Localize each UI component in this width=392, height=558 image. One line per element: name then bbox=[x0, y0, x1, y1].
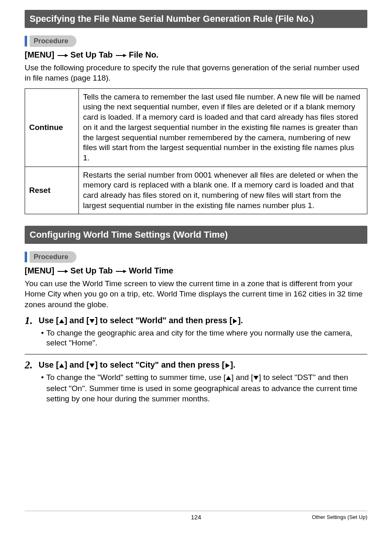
svg-marker-3 bbox=[123, 54, 127, 57]
svg-marker-13 bbox=[226, 363, 230, 368]
svg-marker-8 bbox=[59, 319, 64, 323]
menu-path-world-time: [MENU] Set Up Tab World Time bbox=[25, 266, 367, 276]
procedure-accent-bar bbox=[25, 36, 27, 46]
menu-prefix: [MENU] bbox=[25, 266, 54, 275]
arrow-icon bbox=[115, 51, 127, 60]
step-text: Use [ bbox=[39, 316, 59, 325]
procedure-label: Procedure bbox=[30, 251, 76, 263]
menu-end: File No. bbox=[129, 50, 158, 59]
down-triangle-icon bbox=[89, 316, 95, 326]
svg-marker-15 bbox=[254, 376, 258, 380]
bullet-dot-icon: • bbox=[41, 328, 44, 338]
section-heading-world-time: Configuring World Time Settings (World T… bbox=[25, 226, 367, 244]
arrow-icon bbox=[57, 51, 68, 60]
step-title: Use [] and [] to select "World" and then… bbox=[39, 315, 367, 326]
bullet-text-part: To change the "World" setting to summer … bbox=[46, 373, 226, 382]
step-text: ] to select "City" and then press [ bbox=[95, 360, 225, 369]
file-no-table: Continue Tells the camera to remember th… bbox=[25, 88, 367, 215]
table-row: Reset Restarts the serial number from 00… bbox=[25, 167, 367, 214]
procedure-accent-bar bbox=[25, 252, 27, 262]
menu-mid: Set Up Tab bbox=[70, 266, 113, 275]
menu-prefix: [MENU] bbox=[25, 50, 54, 59]
arrow-icon bbox=[115, 266, 127, 276]
footer-section-title: Other Settings (Set Up) bbox=[201, 514, 367, 520]
up-triangle-icon bbox=[226, 373, 231, 384]
step-2: 2. Use [] and [] to select "City" and th… bbox=[25, 359, 367, 404]
intro-text-file-no: Use the following procedure to specify t… bbox=[25, 63, 367, 83]
bullet-text: To change the geographic area and city f… bbox=[46, 328, 367, 348]
right-triangle-icon bbox=[232, 316, 238, 326]
down-triangle-icon bbox=[89, 360, 95, 371]
procedure-row: Procedure bbox=[25, 35, 367, 47]
svg-marker-1 bbox=[65, 54, 68, 57]
step-number: 1. bbox=[25, 315, 36, 327]
row-label-continue: Continue bbox=[25, 88, 79, 167]
intro-text-world-time: You can use the World Time screen to vie… bbox=[25, 278, 367, 310]
step-text: ]. bbox=[238, 316, 243, 325]
section-heading-file-no: Specifying the File Name Serial Number G… bbox=[25, 10, 367, 28]
step-text: ]. bbox=[231, 360, 235, 369]
step-1: 1. Use [] and [] to select "World" and t… bbox=[25, 315, 367, 348]
menu-end: World Time bbox=[129, 266, 173, 275]
row-desc-reset: Restarts the serial number from 0001 whe… bbox=[79, 167, 367, 214]
procedure-row: Procedure bbox=[25, 251, 367, 263]
svg-marker-9 bbox=[90, 319, 95, 323]
down-triangle-icon bbox=[253, 373, 259, 384]
step-text: ] to select "World" and then press [ bbox=[95, 316, 232, 325]
step-body: Use [] and [] to select "World" and then… bbox=[39, 315, 367, 348]
step-body: Use [] and [] to select "City" and then … bbox=[39, 359, 367, 404]
svg-marker-5 bbox=[65, 270, 68, 273]
arrow-icon bbox=[57, 266, 68, 276]
up-triangle-icon bbox=[59, 360, 65, 371]
bullet-text-part: ] and [ bbox=[231, 373, 253, 382]
step-bullet: • To change the geographic area and city… bbox=[39, 328, 367, 348]
svg-marker-11 bbox=[59, 364, 64, 368]
menu-mid: Set Up Tab bbox=[70, 50, 113, 59]
step-number: 2. bbox=[25, 359, 36, 371]
bullet-text: To change the "World" setting to summer … bbox=[46, 373, 367, 404]
right-triangle-icon bbox=[225, 360, 231, 371]
row-label-reset: Reset bbox=[25, 167, 79, 214]
svg-marker-14 bbox=[226, 376, 231, 380]
footer-page-number: 124 bbox=[191, 514, 201, 521]
step-bullet: • To change the "World" setting to summe… bbox=[39, 373, 367, 404]
page-container: Specifying the File Name Serial Number G… bbox=[0, 0, 392, 537]
up-triangle-icon bbox=[59, 316, 65, 326]
step-title: Use [] and [] to select "City" and then … bbox=[39, 359, 367, 371]
table-row: Continue Tells the camera to remember th… bbox=[25, 88, 367, 167]
step-text: ] and [ bbox=[65, 360, 89, 369]
bullet-dot-icon: • bbox=[41, 373, 44, 383]
row-desc-continue: Tells the camera to remember the last us… bbox=[79, 88, 367, 167]
step-text: ] and [ bbox=[65, 316, 89, 325]
svg-marker-7 bbox=[123, 270, 127, 273]
step-separator bbox=[25, 354, 367, 354]
menu-path-file-no: [MENU] Set Up Tab File No. bbox=[25, 50, 367, 60]
procedure-label: Procedure bbox=[30, 35, 76, 47]
svg-marker-12 bbox=[90, 364, 95, 368]
step-text: Use [ bbox=[39, 360, 59, 369]
svg-marker-10 bbox=[233, 319, 237, 324]
page-footer: 124 Other Settings (Set Up) bbox=[25, 511, 367, 521]
